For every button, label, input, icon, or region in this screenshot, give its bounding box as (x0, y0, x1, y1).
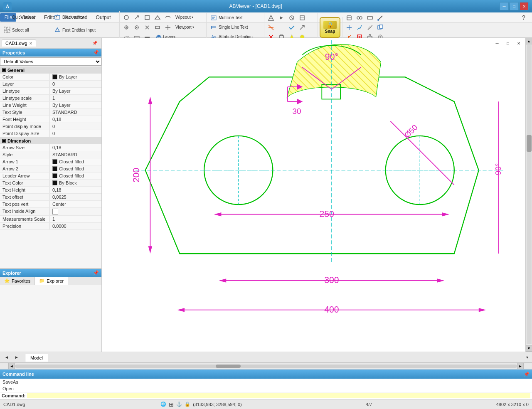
prev-page-button[interactable]: ◄ (2, 353, 12, 361)
view-btn-restore[interactable]: □ (503, 39, 513, 47)
prop-precision-value: 0.0000 (50, 223, 101, 229)
edit-btn-3[interactable] (365, 13, 375, 22)
inst-btn-2[interactable] (276, 13, 286, 22)
draw-btn-6[interactable] (121, 23, 131, 32)
edit-btn-7[interactable] (365, 23, 375, 32)
inst-btn-4[interactable] (297, 13, 307, 22)
prop-lineweight-value: By Layer (50, 102, 101, 108)
status-icon-globe: 🌐 (160, 402, 166, 407)
command-header-pin[interactable]: 📌 (524, 372, 530, 377)
scroll-left-button[interactable]: ◄ (8, 363, 15, 370)
single-line-text-button[interactable]: Single Line Text (208, 23, 262, 32)
prop-textstyle: Text Style STANDARD (0, 109, 101, 116)
tab-bar: CAD1.dwg ✕ 📌 (0, 38, 101, 49)
properties-dropdown[interactable]: Default Values (0, 57, 101, 66)
draw-btn-7[interactable] (132, 23, 142, 32)
edit-btn-4[interactable] (375, 13, 385, 22)
inst-btn-8[interactable] (297, 23, 307, 32)
scroll-up-button[interactable]: ▲ (526, 38, 532, 44)
properties-pin[interactable]: 📌 (93, 50, 99, 55)
prop-fontheight-value: 0,18 (50, 116, 101, 123)
model-tab-bar: ◄ ► Model ▾ (0, 352, 532, 362)
inst-btn-6[interactable] (276, 23, 286, 32)
viewport-button[interactable]: Viewport ▾ (173, 23, 196, 32)
prop-arrow2: Arrow 2 Closed filled (0, 165, 101, 172)
scroll-down-button[interactable]: ▼ (526, 345, 532, 352)
inst-btn-5[interactable] (266, 23, 276, 32)
draw-btn-5[interactable] (163, 13, 173, 22)
app-icon: A (3, 2, 12, 10)
prop-dimstyle-name: Style (0, 151, 50, 158)
view-btn-minimize[interactable]: ─ (492, 39, 502, 47)
prop-arrow1-value: Closed filled (50, 158, 101, 165)
draw-btn-1[interactable] (121, 13, 131, 22)
minimize-button[interactable]: ─ (500, 2, 509, 10)
cad-canvas: 90° 30 Ø50 250 200 (102, 38, 532, 352)
prop-lineweight: Line Weight By Layer (0, 102, 101, 109)
scroll-thumb-vertical[interactable] (527, 135, 532, 152)
general-section-header[interactable]: ▣ General (0, 67, 101, 74)
dimension-section-header[interactable]: ▣ Dimension (0, 137, 101, 144)
fast-entities-input-button[interactable]: Fast Entities Input (52, 24, 102, 36)
quick-select-label: Quick select (12, 15, 34, 20)
draw-btn-3[interactable] (142, 13, 152, 22)
wipeout-button[interactable]: Wipeout ▾ (173, 13, 195, 22)
prop-pdmode: Point display mode 0 (0, 123, 101, 130)
prop-pdmode-value: 0 (50, 123, 101, 130)
multiline-text-button[interactable]: Multiline Text (208, 13, 262, 22)
scroll-thumb-horizontal[interactable] (216, 365, 241, 368)
prop-leader-name: Leader Arrow (0, 172, 50, 179)
tab-scroll-button[interactable]: ▾ (522, 351, 532, 363)
leader-swatch (52, 173, 57, 178)
scroll-right-button[interactable]: ► (517, 363, 524, 370)
view-btn-close[interactable]: ✕ (514, 39, 524, 47)
draw-btn-4[interactable] (153, 13, 163, 22)
select-all-label: Select all (12, 28, 29, 32)
select-all-button[interactable]: Select all (2, 24, 52, 36)
single-line-text-label: Single Line Text (219, 25, 248, 30)
prop-pdsize: Point Display Size 0 (0, 130, 101, 137)
explorer-title: Explorer (2, 271, 21, 276)
prop-arrow1: Arrow 1 Closed filled (0, 158, 101, 165)
draw-btn-10[interactable] (163, 23, 173, 32)
prop-leader-value: Closed filled (50, 172, 101, 179)
edit-btn-2[interactable] (355, 13, 365, 22)
file-tab-close[interactable]: ✕ (29, 41, 32, 46)
favorites-tab[interactable]: ⭐ Favorites (0, 277, 35, 285)
vertical-scrollbar[interactable]: ▲ ▼ (525, 38, 532, 352)
edit-btn-1[interactable] (344, 13, 354, 22)
explorer-tab[interactable]: 📁 Explorer (35, 277, 68, 285)
scroll-track-vertical (527, 45, 532, 344)
svg-marker-69 (479, 308, 486, 312)
text-inside-align-checkbox[interactable] (52, 209, 58, 214)
model-tab[interactable]: Model (25, 354, 48, 362)
edit-btn-8[interactable] (375, 23, 385, 32)
prop-textcolor: Text Color By Block (0, 180, 101, 187)
block-editor-button[interactable]: Block editor (52, 11, 102, 23)
drawing-area[interactable]: 90° 30 Ø50 250 200 (102, 38, 532, 352)
next-page-button[interactable]: ► (12, 353, 22, 361)
inst-btn-1[interactable] (266, 13, 276, 22)
inst-btn-3[interactable] (287, 13, 297, 22)
snap-button[interactable]: 🔒 Snap (320, 17, 340, 38)
panel-pin-button[interactable]: 📌 (90, 40, 100, 47)
close-button[interactable]: ✕ (520, 2, 529, 10)
draw-btn-9[interactable] (153, 23, 163, 32)
svg-line-49 (390, 121, 454, 185)
prop-fontheight-name: Font Height (0, 116, 50, 123)
edit-btn-5[interactable] (344, 23, 354, 32)
command-input-field[interactable] (27, 393, 530, 398)
explorer-pin[interactable]: 📌 (93, 270, 99, 276)
quick-select-button[interactable]: Quick select (2, 11, 52, 23)
draw-btn-8[interactable] (142, 23, 152, 32)
status-bar: CAD1.dwg 🌐 ⊞ ⚓ 🔒 (3133,983; 3288,594; 0)… (0, 399, 532, 409)
file-tab[interactable]: CAD1.dwg ✕ (2, 39, 36, 47)
horizontal-scrollbar[interactable]: ◄ ► (0, 362, 532, 369)
restore-button[interactable]: □ (510, 2, 519, 10)
draw-btn-2[interactable] (132, 13, 142, 22)
prop-pdsize-value: 0 (50, 130, 101, 137)
inst-btn-7[interactable] (287, 23, 297, 32)
edit-btn-6[interactable] (355, 23, 365, 32)
prop-precision-name: Precision (0, 223, 50, 229)
help-button[interactable]: ? (519, 11, 529, 24)
